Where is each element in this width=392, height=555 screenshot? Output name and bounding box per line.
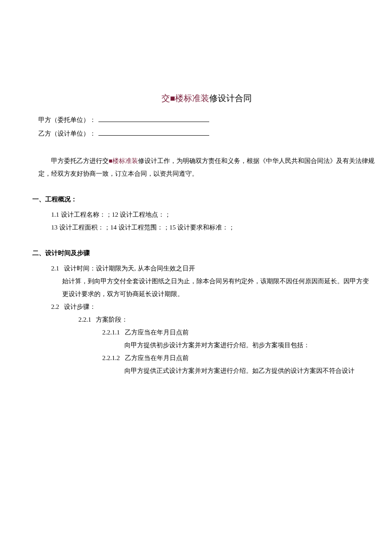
item-2-2: 2.2 设计步骤：: [38, 300, 375, 313]
party-a-blank: [98, 115, 209, 122]
item-2-2-1-2-text-1: 乙方应当在年月日点前: [125, 355, 189, 361]
intro-redact: ■: [109, 157, 112, 164]
item-2-2-1-1-label: 2.2.1.1: [102, 326, 120, 339]
item-2-2-1-text: 方案阶段：: [96, 316, 128, 323]
item-2-1-label: 2.1: [51, 262, 59, 275]
item-2-2-text: 设计步骤：: [64, 303, 96, 310]
intro-pre: 甲方委托乙方进行交: [51, 157, 109, 164]
document-title: 交■楼标准装修设计合同: [38, 90, 375, 107]
item-2-1-cont: 始计算，到向甲方交付全套设计图纸之日为止，除本合同另有约定外，该期限不因任何原因…: [38, 275, 375, 300]
party-b-label: 乙方（设计单位）：: [38, 127, 96, 140]
item-2-2-1-1-cont: 向甲方提供初步设计方案并对方案进行介绍。初步方案项目包括：: [38, 339, 375, 352]
item-2-2-1-label: 2.2.1: [78, 313, 91, 326]
party-a-label: 甲方（委托单位）：: [38, 113, 96, 126]
title-part2: 楼标准装: [175, 93, 209, 103]
document-page: 交■楼标准装修设计合同 甲方（委托单位）： 乙方（设计单位）： 甲方委托乙方进行…: [0, 0, 392, 555]
party-b-blank: [98, 128, 209, 136]
party-b-line: 乙方（设计单位）：: [38, 127, 375, 140]
section-1-line-2: 13 设计工程面积：；14 设计工程范围：；15 设计要求和标准：；: [38, 221, 375, 234]
item-2-2-label: 2.2: [51, 300, 59, 313]
title-part3: 修设计合同: [209, 93, 252, 103]
title-part1: 交: [161, 93, 170, 103]
item-2-1: 2.1 设计时间：设计期限为天, 从本合同生效之日开: [38, 262, 375, 275]
item-2-2-1-1: 2.2.1.1 乙方应当在年月日点前: [38, 326, 375, 339]
item-2-2-1: 2.2.1 方案阶段：: [38, 313, 375, 326]
item-2-2-1-2-cont: 向甲方提供正式设计方案并对方案进行介绍。如乙方提供的设计方案因不符合设计: [38, 364, 375, 377]
intro-paragraph: 甲方委托乙方进行交■楼标准装修设计工作，为明确双方责任和义务，根据《中华人民共和…: [38, 154, 375, 180]
item-2-2-1-1-text-1: 乙方应当在年月日点前: [125, 329, 189, 336]
party-a-line: 甲方（委托单位）：: [38, 113, 375, 126]
section-1-heading: 一、工程概况：: [32, 193, 375, 206]
section-2-heading: 二、设计时间及步骤: [32, 247, 375, 259]
item-2-2-1-2: 2.2.1.2 乙方应当在年月日点前: [38, 352, 375, 364]
intro-mid: 楼标准装: [112, 157, 138, 164]
section-1-line-1: 1.1 设计工程名称：；12 设计工程地点：；: [38, 208, 375, 221]
item-2-1-text-1: 设计时间：设计期限为天, 从本合同生效之日开: [64, 265, 195, 272]
title-redact: ■: [170, 93, 175, 103]
item-2-2-1-2-label: 2.2.1.2: [102, 352, 120, 364]
